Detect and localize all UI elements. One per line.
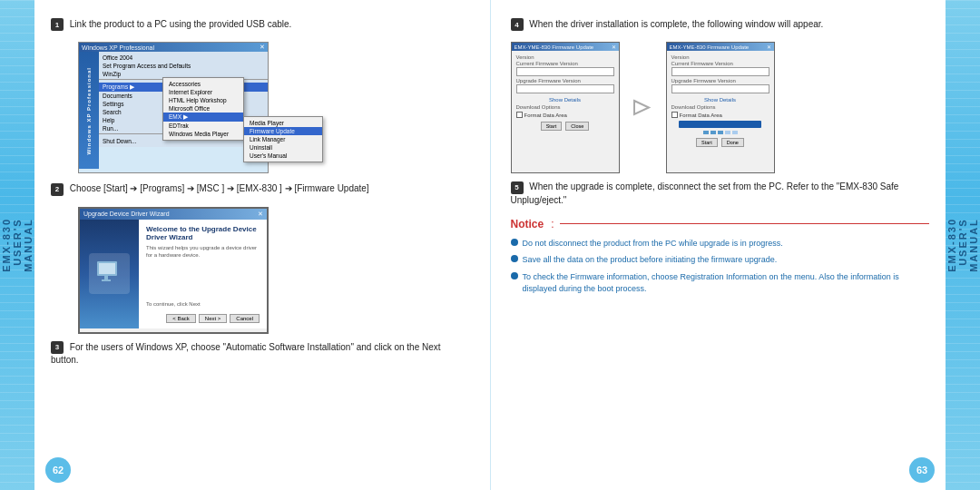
- step-2-text: Choose [Start] ➔ [Programs] ➔ [MSC ] ➔ […: [70, 183, 369, 193]
- submenu-ie: Internet Explorer: [163, 88, 243, 96]
- firmware-buttons-1: Start Close: [516, 122, 614, 131]
- show-details-2[interactable]: Show Details: [671, 97, 769, 103]
- firmware-section-version-1: Version Current Firmware Version Upgrade…: [516, 54, 614, 93]
- progress-seg-1: [703, 131, 709, 134]
- notice-text-3: To check the Firmware information, choos…: [523, 271, 930, 294]
- firmware-dialog-after: EMX-YME-830 Firmware Update ✕ Version Cu…: [666, 42, 775, 173]
- win-sidebar: Windows XP Professional: [79, 52, 99, 169]
- firmware-title-1-text: EMX-YME-830 Firmware Update: [514, 44, 594, 50]
- wizard-next-button[interactable]: Next >: [199, 314, 228, 323]
- step-2-number: 2: [51, 183, 64, 196]
- right-page: 4 When the driver installation is comple…: [491, 0, 946, 490]
- firmware-current-field-1: [516, 67, 614, 76]
- notice-header: Notice :: [511, 218, 930, 230]
- left-sidebar-text: EMX-830 USER'S MANUAL: [1, 218, 34, 272]
- emx-uninstall: Uninstall: [244, 143, 322, 152]
- firmware-title-2-text: EMX-YME-830 Firmware Update: [670, 44, 750, 50]
- wizard-left-panel: [80, 220, 139, 328]
- step-3-text: For the users of Windows XP, choose "Aut…: [51, 342, 441, 365]
- page-number-left: 62: [45, 457, 71, 483]
- sidebar-manual-left: MANUAL: [23, 218, 34, 272]
- emx-users-manual: User's Manual: [244, 152, 322, 160]
- step-5-text: When the upgrade is complete, disconnect…: [511, 181, 899, 204]
- notice-text-2: Save all the data on the product before …: [523, 254, 778, 266]
- programs-submenu: Accessories Internet Explorer HTML Help …: [162, 77, 244, 141]
- page-number-right: 63: [909, 457, 935, 483]
- right-sidebar: EMX-830 USER'S MANUAL: [946, 0, 980, 490]
- sidebar-emx-left: EMX-830: [1, 218, 12, 272]
- firmware-download-label-1: Download Options: [516, 104, 614, 110]
- submenu-accessories: Accessories: [163, 80, 243, 88]
- firmware-checkbox-row-1: Format Data Area: [516, 112, 614, 118]
- step-4-number: 4: [511, 18, 524, 31]
- firmware-download-label-2: Download Options: [671, 104, 769, 110]
- firmware-start-button-2[interactable]: Start: [696, 138, 718, 147]
- sidebar-manual-right: MANUAL: [968, 218, 979, 272]
- right-sidebar-text: EMX-830 USER'S MANUAL: [946, 218, 979, 272]
- step-4-text: When the driver installation is complete…: [529, 19, 823, 29]
- notice-divider-line: [560, 223, 929, 224]
- firmware-body-2: Version Current Firmware Version Upgrade…: [667, 51, 774, 151]
- win-item-office: Office 2004: [99, 54, 268, 62]
- firmware-version-label-2: Version: [671, 54, 769, 60]
- wizard-footer-text: To continue, click Next: [146, 301, 260, 307]
- submenu-wmp: Windows Media Player: [163, 130, 243, 138]
- win-body: Windows XP Professional Office 2004 Set …: [79, 52, 268, 169]
- firmware-version-label-1: Version: [516, 54, 614, 60]
- firmware-current-label-1: Current Firmware Version: [516, 61, 614, 66]
- firmware-dialogs-row: EMX-YME-830 Firmware Update ✕ Version Cu…: [511, 42, 930, 173]
- firmware-close-1: ✕: [612, 44, 616, 50]
- firmware-start-button-1[interactable]: Start: [541, 122, 563, 131]
- notice-text-1: Do not disconnect the product from the P…: [523, 238, 783, 250]
- notice-bullet-1: [511, 239, 518, 246]
- emx-submenu: Media Player Firmware Update Link Manage…: [243, 116, 323, 162]
- progress-seg-5: [732, 131, 738, 134]
- firmware-close-button-1[interactable]: Close: [565, 122, 589, 131]
- win-item-programs: Set Program Access and Defaults: [99, 62, 268, 70]
- wizard-icon-area: [89, 253, 130, 294]
- emx-link-manager: Link Manager: [244, 135, 322, 143]
- firmware-current-field-2: [671, 67, 769, 76]
- firmware-titlebar-1: EMX-YME-830 Firmware Update ✕: [512, 43, 619, 51]
- wizard-body-text: This wizard helps you upgrade a device d…: [146, 245, 260, 301]
- svg-rect-3: [102, 279, 111, 281]
- main-content: 1 Link the product to a PC using the pro…: [34, 0, 946, 490]
- firmware-body-1: Version Current Firmware Version Upgrade…: [512, 51, 619, 134]
- notice-colon: :: [551, 218, 554, 230]
- wizard-cancel-button[interactable]: Cancel: [230, 314, 260, 323]
- firmware-checkbox-row-2: Format Data Area: [671, 112, 769, 118]
- progress-arrow: [620, 92, 666, 123]
- left-page: 1 Link the product to a PC using the pro…: [34, 0, 491, 490]
- win-titlebar: Windows XP Professional ✕: [79, 43, 268, 52]
- notice-bullet-3: [511, 272, 518, 279]
- step-5-number: 5: [511, 181, 524, 194]
- firmware-done-button-2[interactable]: Done: [721, 138, 744, 147]
- step-4: 4 When the driver installation is comple…: [511, 18, 930, 31]
- firmware-upgrade-field-2: [671, 84, 769, 93]
- progress-seg-3: [718, 131, 723, 134]
- wizard-buttons: < Back Next > Cancel: [146, 310, 260, 323]
- wizard-title-text: Upgrade Device Driver Wizard: [83, 211, 170, 217]
- notice-item-1: Do not disconnect the product from the P…: [511, 238, 930, 250]
- svg-marker-4: [634, 101, 649, 114]
- progress-seg-4: [725, 131, 730, 134]
- format-data-label-2: Format Data Area: [680, 113, 722, 118]
- step-1-number: 1: [51, 18, 64, 31]
- firmware-upgrade-label-1: Upgrade Firmware Version: [516, 78, 614, 83]
- wizard-back-button[interactable]: < Back: [166, 314, 196, 323]
- submenu-ms-office: Microsoft Office: [163, 104, 243, 113]
- format-data-checkbox-2[interactable]: [671, 112, 678, 118]
- page-wrapper: EMX-830 USER'S MANUAL 1 Link the product…: [0, 0, 980, 490]
- format-data-checkbox-1[interactable]: [516, 112, 523, 118]
- format-data-label-1: Format Data Area: [524, 113, 567, 118]
- computer-icon: [93, 258, 125, 289]
- firmware-upgrade-field-1: [516, 84, 614, 93]
- win-title: Windows XP Professional: [82, 44, 154, 51]
- show-details-1[interactable]: Show Details: [516, 97, 614, 103]
- emx-media-player: Media Player: [244, 119, 322, 127]
- win-controls: ✕: [260, 44, 265, 51]
- svg-rect-1: [99, 263, 115, 274]
- wizard-body: Welcome to the Upgrade Device Driver Wiz…: [80, 220, 267, 328]
- arrow-icon: [627, 92, 659, 123]
- step-3-number: 3: [51, 341, 64, 354]
